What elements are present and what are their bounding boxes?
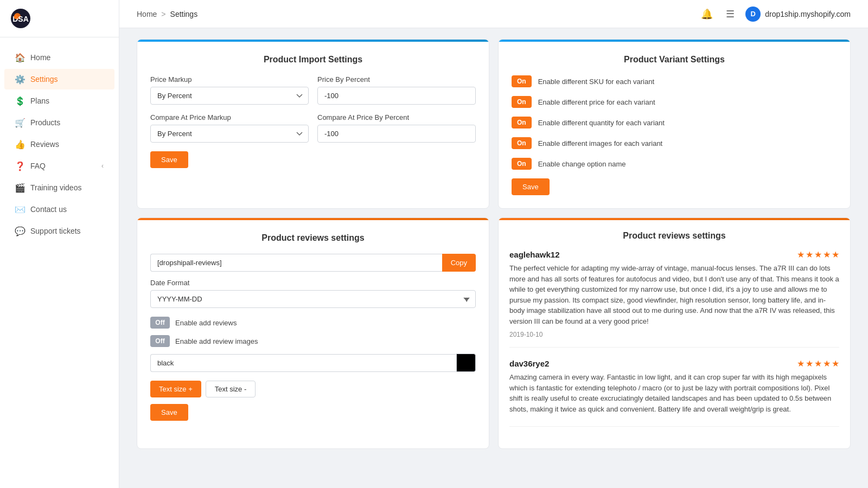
- product-reviews-left-title: Product reviews settings: [150, 233, 476, 243]
- main-content: Home > Settings 🔔 ☰ D drop1ship.myshopif…: [119, 0, 868, 488]
- sidebar-item-support-label: Support tickets: [30, 227, 81, 235]
- compare-at-by-percent-group: Compare At Price By Percent: [317, 113, 476, 143]
- variant-quantity-toggle[interactable]: On: [512, 117, 532, 129]
- product-variant-save-button[interactable]: Save: [512, 178, 550, 195]
- enable-review-images-label: Enable add review images: [175, 337, 258, 345]
- enable-review-images-row: Off Enable add review images: [150, 335, 476, 347]
- compare-at-by-percent-label: Compare At Price By Percent: [317, 113, 476, 121]
- text-size-increase-button[interactable]: Text size +: [150, 381, 201, 397]
- date-format-select[interactable]: YYYY-MM-DD MM-DD-YYYY DD-MM-YYYY: [150, 290, 476, 308]
- date-format-label: Date Format: [150, 279, 189, 287]
- text-size-decrease-button[interactable]: Text size -: [206, 381, 256, 397]
- menu-button[interactable]: ☰: [724, 6, 737, 22]
- price-by-percent-label: Price By Percent: [317, 75, 476, 84]
- sidebar-item-products[interactable]: 🛒 Products: [4, 112, 114, 133]
- faq-icon: ❓: [15, 161, 25, 171]
- price-markup-select[interactable]: By Percent Fixed Amount None: [150, 87, 309, 105]
- sidebar-item-products-label: Products: [30, 118, 60, 127]
- variant-price-item: On Enable different price for each varia…: [512, 96, 837, 108]
- variant-option-name-label: Enable change option name: [538, 160, 626, 168]
- copy-button[interactable]: Copy: [442, 254, 476, 272]
- star-3: ★: [814, 249, 822, 260]
- reviews-panel-title: Product reviews settings: [509, 231, 839, 241]
- sidebar-item-plans[interactable]: 💲 Plans: [4, 91, 114, 111]
- settings-grid: Product Import Settings Price Markup By …: [137, 39, 851, 449]
- reviewer-name-2: dav36rye2: [509, 359, 549, 368]
- sidebar-item-settings[interactable]: ⚙️ Settings: [4, 69, 114, 89]
- color-input[interactable]: [150, 354, 456, 372]
- sidebar-item-settings-label: Settings: [30, 75, 58, 84]
- review-tag-row: Copy: [150, 254, 476, 272]
- enable-review-images-toggle[interactable]: Off: [150, 335, 170, 347]
- sidebar: DSA 🏠 Home ⚙️ Settings 💲 Plans 🛒 Product…: [0, 0, 119, 488]
- breadcrumb-separator: >: [161, 10, 165, 18]
- store-info: D drop1ship.myshopify.com: [745, 7, 851, 22]
- review-text-1: The perfect vehicle for adapting my wide…: [509, 263, 839, 326]
- top-bar: Home > Settings 🔔 ☰ D drop1ship.myshopif…: [119, 0, 868, 28]
- price-row: Price Markup By Percent Fixed Amount Non…: [150, 75, 476, 105]
- date-format-row: Date Format YYYY-MM-DD MM-DD-YYYY DD-MM-…: [150, 278, 476, 308]
- svg-text:DSA: DSA: [12, 15, 29, 23]
- review-tag-input[interactable]: [150, 254, 442, 272]
- variant-images-label: Enable different images for each variant: [538, 139, 663, 147]
- plans-icon: 💲: [15, 96, 25, 106]
- page-content: Product Import Settings Price Markup By …: [119, 28, 868, 488]
- product-import-card: Product Import Settings Price Markup By …: [137, 39, 489, 209]
- star-2-3: ★: [814, 358, 822, 369]
- breadcrumb-home[interactable]: Home: [137, 10, 157, 18]
- sidebar-item-faq-label: FAQ: [30, 162, 46, 170]
- color-row: [150, 354, 476, 372]
- sidebar-item-contact-us[interactable]: ✉️ Contact us: [4, 199, 114, 220]
- sidebar-item-home[interactable]: 🏠 Home: [4, 47, 114, 68]
- variant-sku-label: Enable different SKU for each variant: [538, 78, 654, 86]
- compare-row: Compare At Price Markup By Percent Fixed…: [150, 113, 476, 143]
- settings-icon: ⚙️: [15, 74, 25, 84]
- review-date-1: 2019-10-10: [509, 331, 542, 338]
- sidebar-item-support-tickets[interactable]: 💬 Support tickets: [4, 221, 114, 241]
- home-icon: 🏠: [15, 53, 25, 62]
- variant-price-label: Enable different price for each variant: [538, 98, 655, 106]
- star-2-2: ★: [806, 358, 813, 369]
- product-reviews-left-card: Product reviews settings Copy Date Forma…: [137, 217, 489, 449]
- training-icon: 🎬: [15, 183, 25, 192]
- stars-2: ★ ★ ★ ★ ★: [797, 358, 839, 369]
- store-name: drop1ship.myshopify.com: [765, 10, 851, 18]
- product-variant-card: Product Variant Settings On Enable diffe…: [498, 39, 851, 209]
- logo: DSA: [0, 0, 119, 37]
- price-by-percent-group: Price By Percent: [317, 75, 476, 105]
- store-avatar: D: [745, 7, 761, 22]
- product-import-card-body: Product Import Settings Price Markup By …: [137, 42, 489, 181]
- enable-reviews-label: Enable add reviews: [175, 319, 237, 327]
- sidebar-item-training-videos[interactable]: 🎬 Training videos: [4, 177, 114, 198]
- reviewer-name-1: eaglehawk12: [509, 250, 560, 259]
- product-import-save-button[interactable]: Save: [150, 151, 188, 168]
- variant-option-name-toggle[interactable]: On: [512, 158, 532, 170]
- price-markup-group: Price Markup By Percent Fixed Amount Non…: [150, 75, 309, 105]
- price-by-percent-input[interactable]: [317, 87, 476, 105]
- variant-price-toggle[interactable]: On: [512, 96, 532, 108]
- product-reviews-right-card: Product reviews settings eaglehawk12 ★ ★…: [498, 217, 851, 449]
- notifications-button[interactable]: 🔔: [699, 6, 715, 22]
- top-bar-right: 🔔 ☰ D drop1ship.myshopify.com: [699, 6, 851, 22]
- compare-at-price-select[interactable]: By Percent Fixed Amount None: [150, 125, 309, 143]
- variant-images-toggle[interactable]: On: [512, 137, 532, 149]
- variant-images-item: On Enable different images for each vari…: [512, 137, 837, 149]
- review-item-1: eaglehawk12 ★ ★ ★ ★ ★ The perfect vehicl…: [509, 249, 839, 348]
- variant-quantity-item: On Enable different quantity for each va…: [512, 117, 837, 129]
- text-size-row: Text size + Text size -: [150, 381, 476, 397]
- product-reviews-save-button[interactable]: Save: [150, 404, 188, 421]
- compare-at-price-label: Compare At Price Markup: [150, 113, 309, 121]
- sidebar-item-reviews[interactable]: 👍 Reviews: [4, 134, 114, 155]
- sidebar-item-faq[interactable]: ❓ FAQ ‹: [4, 156, 114, 176]
- compare-at-by-percent-input[interactable]: [317, 125, 476, 143]
- sidebar-item-home-label: Home: [30, 53, 50, 62]
- enable-reviews-toggle[interactable]: Off: [150, 317, 170, 329]
- breadcrumb: Home > Settings: [137, 10, 197, 18]
- faq-arrow-icon: ‹: [101, 162, 104, 170]
- product-reviews-left-body: Product reviews settings Copy Date Forma…: [137, 220, 489, 434]
- star-4: ★: [823, 249, 831, 260]
- variant-sku-toggle[interactable]: On: [512, 75, 532, 87]
- product-import-title: Product Import Settings: [150, 55, 476, 65]
- review-header-2: dav36rye2 ★ ★ ★ ★ ★: [509, 358, 839, 369]
- color-swatch[interactable]: [456, 354, 476, 372]
